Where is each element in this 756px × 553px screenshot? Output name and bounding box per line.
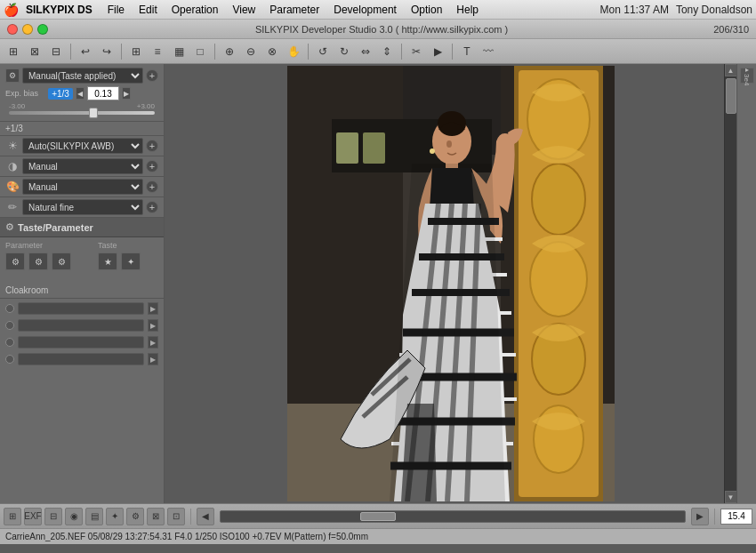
scroll-down-btn[interactable]: ▼: [725, 491, 737, 503]
toolbar-sep-6: [452, 44, 453, 60]
menu-help[interactable]: Help: [450, 3, 485, 17]
scroll-thumb[interactable]: [726, 78, 736, 114]
bt-btn-2[interactable]: EXF: [24, 508, 42, 525]
scroll-up-btn[interactable]: ▲: [725, 64, 737, 76]
style-dropdown[interactable]: Natural fine: [22, 199, 143, 215]
cloak-radio-4[interactable]: [5, 355, 14, 364]
bt-btn-5[interactable]: ▤: [85, 508, 103, 525]
close-button[interactable]: [7, 24, 18, 35]
style-plus[interactable]: +: [146, 201, 158, 213]
zoom-input[interactable]: 15.4: [720, 509, 752, 525]
menu-operation[interactable]: Operation: [165, 3, 225, 17]
undo-button[interactable]: ↩: [76, 42, 95, 61]
taste-body: Parameter ⚙ ⚙ ⚙ Taste ★ ✦: [0, 237, 164, 283]
toolbar-view-btn[interactable]: ▦: [169, 42, 189, 61]
bt-btn-8[interactable]: ⊠: [147, 508, 165, 525]
menu-option[interactable]: Option: [405, 3, 448, 17]
toolbar-wave[interactable]: 〰: [479, 42, 498, 61]
shade-dropdown2[interactable]: Manual: [22, 179, 143, 195]
rp-btn-1[interactable]: ▸3e4: [740, 68, 754, 84]
taste-icon-1[interactable]: ★: [98, 252, 117, 270]
cloak-radio-3[interactable]: [5, 338, 14, 347]
maximize-button[interactable]: [37, 24, 48, 35]
shade-dropdown1[interactable]: Manual: [22, 158, 143, 174]
bt-next-btn[interactable]: ▶: [691, 508, 709, 525]
toolbar-develop[interactable]: ▶: [428, 42, 447, 61]
toolbar-rotate-r[interactable]: ↻: [334, 42, 354, 61]
cloak-arrow-1[interactable]: ▶: [148, 302, 158, 315]
toolbar-single-btn[interactable]: □: [190, 42, 210, 61]
bt-sep-2: [714, 509, 715, 525]
develop-gear-icon[interactable]: ⚙: [5, 68, 20, 83]
status-text: CarrieAnn_205.NEF 05/08/29 13:27:54.31 F…: [5, 532, 368, 541]
toolbar-btn-1[interactable]: ⊞: [4, 42, 23, 61]
cloak-arrow-3[interactable]: ▶: [148, 336, 158, 349]
bt-btn-6[interactable]: ✦: [106, 508, 124, 525]
svg-point-12: [530, 242, 587, 317]
shade-row1: ◑ Manual +: [0, 156, 164, 177]
style-row: ✏ Natural fine +: [0, 197, 164, 218]
main-photo[interactable]: [287, 66, 615, 501]
h-scroll-thumb[interactable]: [360, 512, 396, 521]
wb-plus-btn[interactable]: +: [146, 140, 158, 152]
exp-number-input[interactable]: 0.13: [87, 86, 119, 100]
slider-labels: -3.00 +3.00: [9, 102, 155, 110]
cloak-arrow-4[interactable]: ▶: [148, 353, 158, 365]
bt-btn-7[interactable]: ⚙: [126, 508, 144, 525]
param-icon-2[interactable]: ⚙: [28, 252, 48, 270]
develop-dropdown[interactable]: Manual(Taste applied): [22, 68, 143, 84]
bt-btn-3[interactable]: ⊟: [44, 508, 62, 525]
redo-button[interactable]: ↪: [97, 42, 117, 61]
toolbar-rotate-l[interactable]: ↺: [313, 42, 333, 61]
toolbar-crop[interactable]: ✂: [406, 42, 426, 61]
menu-file[interactable]: File: [101, 3, 131, 17]
shade-plus1[interactable]: +: [146, 160, 158, 172]
toolbar-zoom-fit[interactable]: ⊕: [220, 42, 239, 61]
cloak-arrow-2[interactable]: ▶: [148, 319, 158, 332]
clock: Mon 11:37 AM: [600, 4, 669, 16]
develop-section: ⚙ Manual(Taste applied) + Exp. bias +1/3…: [0, 64, 164, 122]
toolbar-flip-v[interactable]: ⇕: [377, 42, 397, 61]
exp-slider[interactable]: [9, 111, 155, 115]
menu-view[interactable]: View: [226, 3, 261, 17]
svg-rect-5: [336, 132, 358, 164]
bt-btn-4[interactable]: ◉: [65, 508, 83, 525]
taste-icons: ★ ✦: [98, 252, 141, 270]
toolbar-zoom-sel[interactable]: ⊗: [262, 42, 282, 61]
exp-left-arrow[interactable]: ◀: [76, 87, 84, 100]
exp-bias-label: Exp. bias: [5, 89, 45, 98]
toolbar-list-btn[interactable]: ≡: [148, 42, 167, 61]
toolbar-sep-2: [121, 44, 122, 60]
toolbar-grid-btn[interactable]: ⊞: [126, 42, 146, 61]
taste-icon-2[interactable]: ✦: [121, 252, 141, 270]
cloak-radio-1[interactable]: [5, 304, 14, 313]
minimize-button[interactable]: [22, 24, 33, 35]
menu-parameter[interactable]: Parameter: [263, 3, 326, 17]
bt-prev-btn[interactable]: ◀: [197, 508, 214, 525]
toolbar-hand[interactable]: ✋: [284, 42, 303, 61]
develop-plus-btn[interactable]: +: [146, 69, 158, 82]
cloak-radio-2[interactable]: [5, 321, 14, 330]
menu-development[interactable]: Development: [327, 3, 403, 17]
exp-right-arrow[interactable]: ▶: [122, 87, 131, 100]
toolbar-btn-2[interactable]: ⊠: [25, 42, 44, 61]
wb-dropdown[interactable]: Auto(SILKYPIX AWB): [22, 138, 143, 154]
toolbar-btn-3[interactable]: ⊟: [46, 42, 66, 61]
sun-icon: ☀: [5, 140, 20, 152]
bt-btn-9[interactable]: ⊡: [167, 508, 185, 525]
h-scrollbar[interactable]: [220, 510, 686, 523]
menu-edit[interactable]: Edit: [133, 3, 164, 17]
param-icon-3[interactable]: ⚙: [52, 252, 71, 270]
menubar: 🍎 SILKYPIX DS File Edit Operation View P…: [0, 0, 756, 20]
toolbar-zoom-out[interactable]: ⊖: [241, 42, 261, 61]
param-icon-1[interactable]: ⚙: [5, 252, 25, 270]
bt-btn-1[interactable]: ⊞: [4, 508, 21, 525]
scroll-track[interactable]: [725, 76, 736, 491]
shade-row2: 🎨 Manual +: [0, 177, 164, 197]
color-icon: 🎨: [5, 180, 20, 193]
cloak-row-3: ▶: [5, 336, 158, 349]
toolbar-text[interactable]: T: [457, 42, 477, 61]
slider-thumb[interactable]: [89, 108, 98, 118]
shade-plus2[interactable]: +: [146, 180, 158, 193]
toolbar-flip-h[interactable]: ⇔: [356, 42, 375, 61]
